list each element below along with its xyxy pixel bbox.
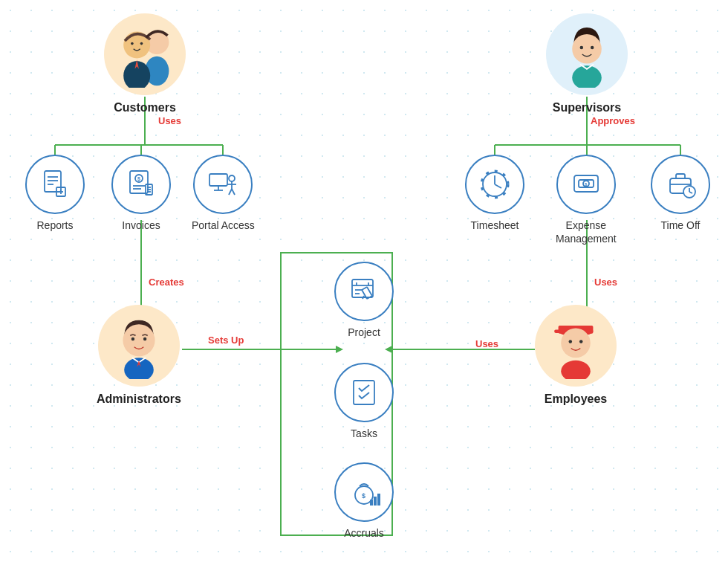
rel-uses-supervisors: Uses xyxy=(594,277,617,288)
project-label: Project xyxy=(348,326,380,339)
svg-point-38 xyxy=(561,329,591,358)
feature-expense-management: $ Expense Management xyxy=(556,155,617,245)
svg-point-25 xyxy=(140,42,143,45)
svg-marker-8 xyxy=(336,346,343,353)
feature-timesheet: Timesheet xyxy=(465,155,524,232)
accruals-label: Accruals xyxy=(344,526,384,540)
project-icon-circle xyxy=(334,262,394,321)
feature-invoices: $ Invoices xyxy=(111,155,171,232)
svg-marker-18 xyxy=(385,346,392,353)
supervisors-label: Supervisors xyxy=(553,101,621,114)
svg-point-30 xyxy=(123,324,155,356)
svg-rect-79 xyxy=(352,280,373,297)
time-off-label: Time Off xyxy=(661,219,701,232)
rel-creates: Creates xyxy=(149,277,184,288)
diagram-container: Customers Supervisors xyxy=(0,0,728,562)
administrators-label: Administrators xyxy=(97,393,181,406)
svg-rect-90 xyxy=(370,500,373,506)
svg-point-27 xyxy=(580,46,584,50)
svg-rect-42 xyxy=(45,171,61,192)
svg-line-68 xyxy=(495,184,501,188)
accruals-icon-circle: $ xyxy=(334,462,394,522)
invoices-label: Invoices xyxy=(122,219,160,232)
feature-tasks: Tasks xyxy=(334,363,394,440)
svg-point-24 xyxy=(131,42,134,45)
svg-point-32 xyxy=(143,337,147,341)
customers-avatar xyxy=(104,13,186,95)
feature-time-off: Time Off xyxy=(651,155,710,232)
time-off-icon-circle xyxy=(651,155,710,214)
portal-access-icon-circle xyxy=(193,155,253,214)
svg-point-26 xyxy=(572,34,602,64)
expense-management-label: Expense Management xyxy=(556,219,617,245)
expense-management-icon-circle: $ xyxy=(556,155,616,214)
svg-rect-37 xyxy=(554,329,561,333)
svg-rect-58 xyxy=(209,174,227,186)
portal-access-label: Portal Access xyxy=(192,219,255,232)
actor-employees: Employees xyxy=(535,305,617,406)
svg-rect-91 xyxy=(374,497,377,506)
svg-point-61 xyxy=(229,175,235,181)
employees-label: Employees xyxy=(545,393,607,406)
rel-sets-up: Sets Up xyxy=(208,335,244,346)
rel-uses-customers: Uses xyxy=(158,115,181,126)
svg-line-65 xyxy=(232,189,235,195)
timesheet-icon-circle xyxy=(465,155,524,214)
svg-line-64 xyxy=(229,189,232,195)
employees-avatar xyxy=(535,305,617,387)
svg-point-41 xyxy=(561,361,591,379)
svg-line-86 xyxy=(363,296,364,299)
svg-text:$: $ xyxy=(137,176,140,182)
svg-point-31 xyxy=(131,337,135,341)
actor-customers: Customers xyxy=(104,13,186,114)
svg-point-40 xyxy=(579,340,583,343)
actor-supervisors: Supervisors xyxy=(546,13,628,114)
timesheet-label: Timesheet xyxy=(471,219,519,232)
tasks-label: Tasks xyxy=(351,427,377,440)
rel-approves: Approves xyxy=(591,115,635,126)
feature-accruals: $ Accruals xyxy=(334,462,394,540)
tasks-icon-circle xyxy=(334,363,394,422)
svg-rect-87 xyxy=(354,381,374,404)
feature-project: Project xyxy=(334,262,394,339)
customers-label: Customers xyxy=(114,101,176,114)
feature-reports: Reports xyxy=(25,155,85,232)
svg-text:$: $ xyxy=(362,492,365,500)
administrators-avatar xyxy=(98,305,180,387)
supervisors-avatar xyxy=(546,13,628,95)
actor-administrators: Administrators xyxy=(97,305,181,406)
reports-label: Reports xyxy=(36,219,73,232)
invoices-icon-circle: $ xyxy=(111,155,171,214)
rel-uses-employees: Uses xyxy=(475,338,498,349)
svg-point-28 xyxy=(591,46,594,50)
svg-rect-92 xyxy=(377,494,380,506)
svg-point-39 xyxy=(569,340,573,343)
feature-portal-access: Portal Access xyxy=(192,155,255,232)
reports-icon-circle xyxy=(25,155,85,214)
